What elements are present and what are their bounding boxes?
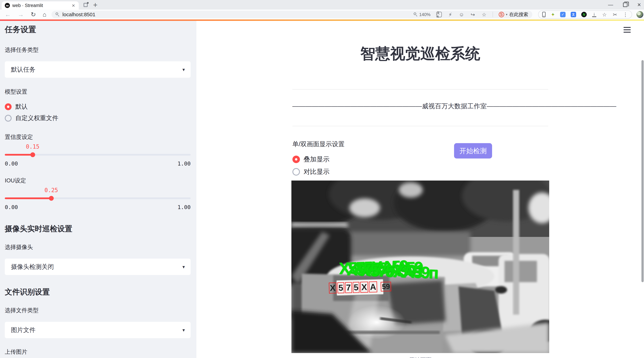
sidebar-section-file-title: 文件识别设置 (5, 287, 191, 297)
studio-banner: ————————————————————威视百万大数据工作室——————————… (292, 102, 548, 110)
browser-toolbar: ← → ↻ ⌂ localhost:8501 140% 文A ⚡ ☺ ↪ ☆ S… (0, 10, 644, 20)
radio-label: 对比显示 (304, 167, 330, 176)
translate-icon[interactable]: 文A (436, 12, 442, 17)
pinned-extension-icon[interactable] (83, 2, 89, 8)
task-type-select[interactable]: 默认任务 ▾ (5, 61, 191, 78)
home-button[interactable]: ⌂ (43, 12, 46, 18)
plate-char: 7 (345, 282, 352, 293)
window-restore-button[interactable] (623, 3, 628, 7)
sidebar: 任务设置 选择任务类型 默认任务 ▾ 模型设置 默认 自定义权重文件 置信度设定… (0, 21, 196, 358)
slider-thumb[interactable] (30, 152, 35, 157)
file-type-select[interactable]: 图片文件 ▾ (5, 322, 191, 338)
page-scrollbar[interactable] (642, 39, 644, 358)
tab-close-icon[interactable]: × (71, 3, 76, 8)
display-mode-label: 单/双画面显示设置 (292, 140, 548, 148)
extensions-container: ✦ ✓ 文 N ↓ ☆ ✂ ⋮ (538, 11, 632, 19)
browser-tab[interactable]: web · Streamlit × (2, 1, 79, 10)
divider (292, 126, 548, 126)
profile-avatar[interactable] (636, 11, 643, 18)
sogou-icon: S (499, 12, 504, 17)
radio-model-default[interactable]: 默认 (5, 102, 191, 111)
bookmark-star-icon[interactable]: ☆ (481, 12, 487, 17)
radio-compare-display[interactable]: 对比显示 (292, 167, 548, 176)
back-button[interactable]: ← (5, 12, 11, 18)
scissors-icon[interactable]: ✂ (612, 12, 618, 17)
upload-label: 上传图片 (5, 348, 191, 356)
streamlit-favicon-icon (5, 3, 10, 8)
slider-min: 0.00 (5, 160, 18, 167)
chevron-down-icon: ▾ (182, 67, 185, 72)
plate-char: 5 (337, 282, 344, 293)
streamlit-decoration-bar (0, 20, 644, 21)
window-minimize-button[interactable]: — (608, 2, 613, 8)
ocr-overlay: Х575ХА59 Х575ХА591 X575XA59 Х575ХА59п Х … (292, 181, 549, 353)
search-engine-selector[interactable]: S ▾ 在此搜索 (499, 11, 528, 18)
sidebar-section-task-title: 任务设置 (5, 24, 191, 35)
slider-fill (5, 154, 33, 156)
browser-titlebar: web · Streamlit × + — × (0, 0, 644, 10)
url-text[interactable]: localhost:8501 (62, 12, 411, 18)
reload-button[interactable]: ↻ (31, 12, 36, 18)
slider-min: 0.00 (5, 204, 18, 211)
download-icon[interactable]: ↓ (592, 12, 596, 17)
license-plate: Х 5 7 5 Х А 59 (336, 279, 383, 295)
smiley-icon[interactable]: ☺ (459, 12, 464, 17)
start-detection-button[interactable]: 开始检测 (454, 143, 492, 158)
dark-extension-icon[interactable]: N (581, 12, 587, 17)
plate-char: А (369, 281, 377, 293)
plate-region: 59 (380, 282, 391, 292)
window-close-button[interactable]: × (637, 1, 641, 8)
chevron-down-icon: ▾ (506, 13, 508, 16)
sidebar-section-camera-title: 摄像头实时巡检设置 (5, 224, 191, 234)
sparkle-icon[interactable]: ✦ (551, 12, 555, 18)
camera-value: 摄像头检测关闭 (11, 263, 54, 271)
slider-thumb[interactable] (49, 196, 54, 201)
zoom-lens-icon (414, 13, 418, 17)
search-engine-label: 在此搜索 (509, 11, 528, 18)
translate-extension-icon[interactable]: 文 (571, 12, 576, 17)
radio-unselected-icon (5, 115, 12, 122)
detection-image: Х575ХА59 Х575ХА591 X575XA59 Х575ХА59п Х … (292, 181, 549, 353)
main-area: 智慧视觉巡检系统 ————————————————————威视百万大数据工作室—… (196, 21, 644, 358)
tab-title: web · Streamlit (12, 3, 69, 8)
slider-max: 1.00 (178, 204, 191, 211)
more-options-icon[interactable]: ⋮ (623, 12, 628, 18)
iou-slider[interactable]: 0.25 0.00 1.00 (5, 187, 191, 213)
file-type-value: 图片文件 (11, 326, 36, 334)
model-label: 模型设置 (5, 88, 191, 96)
divider (492, 12, 493, 17)
zoom-level: 140% (419, 12, 430, 17)
radio-label: 自定义权重文件 (15, 114, 58, 122)
radio-selected-icon (292, 156, 300, 163)
new-tab-button[interactable]: + (93, 2, 98, 8)
task-type-label: 选择任务类型 (5, 46, 191, 54)
radio-label: 叠加显示 (304, 155, 330, 164)
share-icon[interactable]: ↪ (470, 12, 476, 17)
plate-char: Х (328, 282, 336, 294)
confidence-label: 置信度设定 (5, 133, 191, 141)
zoom-indicator[interactable]: 140% (414, 12, 430, 17)
radio-selected-icon (5, 103, 12, 110)
radio-label: 默认 (15, 102, 28, 111)
check-extension-icon[interactable]: ✓ (560, 12, 566, 17)
search-icon (56, 13, 60, 17)
scrollbar-thumb[interactable] (642, 60, 644, 282)
lightning-icon[interactable]: ⚡ (448, 12, 453, 17)
confidence-slider[interactable]: 0.15 0.00 1.00 (5, 143, 191, 169)
task-type-value: 默认任务 (11, 65, 36, 74)
confidence-value: 0.15 (26, 143, 40, 150)
radio-overlay-display[interactable]: 叠加显示 (292, 155, 548, 164)
bookmark-icon[interactable]: ☆ (602, 12, 607, 17)
iou-label: IOU设定 (5, 177, 191, 185)
chevron-down-icon: ▾ (182, 264, 185, 270)
slider-fill (5, 198, 51, 199)
phone-icon[interactable] (542, 12, 546, 17)
url-bar[interactable]: localhost:8501 140% 文A ⚡ ☺ ↪ ☆ S ▾ 在此搜索 (52, 11, 532, 18)
camera-select[interactable]: 摄像头检测关闭 ▾ (5, 259, 191, 275)
image-caption: 原始画面 (292, 356, 548, 358)
app-menu-icon[interactable] (624, 27, 631, 33)
radio-model-custom[interactable]: 自定义权重文件 (5, 114, 191, 122)
forward-button[interactable]: → (18, 12, 24, 18)
plate-char: Х (360, 282, 368, 293)
divider (292, 89, 548, 90)
